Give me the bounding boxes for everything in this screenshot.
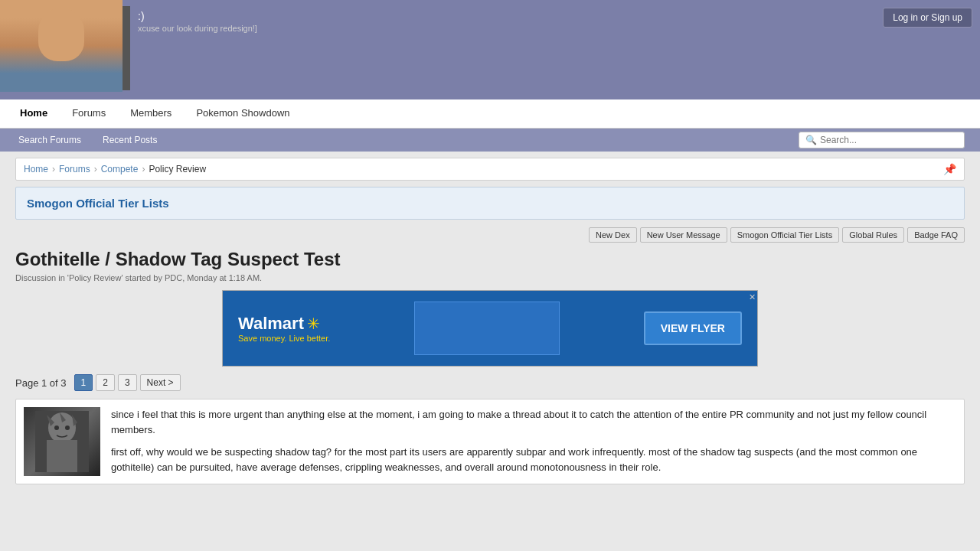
avatar-silhouette	[35, 411, 89, 472]
pagination-label: Page 1 of 3	[15, 377, 67, 389]
breadcrumb-sep-2: ›	[94, 164, 97, 174]
post-text-2: first off, why would we be suspecting sh…	[111, 445, 956, 474]
forum-box: Smogon Official Tier Lists	[15, 187, 965, 220]
page-btn-2[interactable]: 2	[96, 374, 115, 391]
search-icon: 🔍	[805, 135, 817, 145]
ad-banner: Walmart ✳ Save money. Live better. VIEW …	[222, 290, 758, 367]
svg-rect-2	[47, 440, 77, 472]
login-button[interactable]: Log in or Sign up	[883, 8, 972, 28]
post-area: since i feel that this is more urgent th…	[15, 399, 965, 484]
breadcrumb-sep-3: ›	[142, 164, 145, 174]
breadcrumb-current: Policy Review	[149, 164, 206, 174]
header: :) xcuse our look during redesign!] Log …	[0, 0, 980, 99]
post-text-1: since i feel that this is more urgent th…	[111, 407, 956, 437]
header-right: :) xcuse our look during redesign!]	[130, 6, 972, 37]
svg-point-7	[65, 425, 70, 430]
quick-link-smogon-tier-lists[interactable]: Smogon Official Tier Lists	[730, 227, 840, 243]
quick-links: New Dex New User Message Smogon Official…	[15, 227, 965, 243]
ad-walmart-text: Walmart	[238, 314, 304, 334]
nav-pokemon-showdown[interactable]: Pokemon Showdown	[184, 99, 302, 128]
svg-point-6	[54, 425, 59, 430]
ad-image	[414, 302, 560, 355]
ad-close-icon[interactable]: ✕	[749, 292, 756, 302]
ad-view-flyer-button[interactable]: VIEW FLYER	[644, 311, 742, 345]
thread-meta: Discussion in 'Policy Review' started by…	[15, 273, 965, 282]
quick-link-badge-faq[interactable]: Badge FAQ	[907, 227, 965, 243]
main-nav: Home Forums Members Pokemon Showdown	[0, 99, 980, 129]
post-content: since i feel that this is more urgent th…	[111, 407, 956, 474]
header-notice: xcuse our look during redesign!]	[138, 24, 257, 33]
breadcrumb-forums[interactable]: Forums	[59, 164, 90, 174]
breadcrumb-compete[interactable]: Compete	[101, 164, 139, 174]
search-input[interactable]	[820, 135, 958, 145]
forum-box-title[interactable]: Smogon Official Tier Lists	[27, 197, 169, 210]
ad-walmart-subtitle: Save money. Live better.	[238, 334, 330, 343]
quick-link-global-rules[interactable]: Global Rules	[842, 227, 904, 243]
content: Home › Forums › Compete › Policy Review …	[8, 152, 972, 491]
quick-link-new-user-message[interactable]: New User Message	[640, 227, 727, 243]
pagination-next[interactable]: Next >	[140, 374, 181, 391]
page-btn-1[interactable]: 1	[74, 374, 93, 391]
ad-spark-icon: ✳	[307, 315, 320, 333]
webcam-person	[0, 0, 122, 92]
sub-nav-search-forums[interactable]: Search Forums	[8, 129, 92, 152]
sub-nav-recent-posts[interactable]: Recent Posts	[92, 129, 168, 152]
avatar-image	[24, 407, 100, 476]
sub-nav: Search Forums Recent Posts 🔍	[0, 129, 980, 152]
breadcrumb-home[interactable]: Home	[24, 164, 48, 174]
post-avatar	[24, 407, 100, 476]
webcam-face	[38, 8, 84, 61]
nav-forums[interactable]: Forums	[60, 99, 118, 128]
page-btn-3[interactable]: 3	[118, 374, 137, 391]
nav-members[interactable]: Members	[118, 99, 184, 128]
nav-home[interactable]: Home	[8, 99, 60, 128]
quick-link-new-dex[interactable]: New Dex	[589, 227, 637, 243]
breadcrumb-pin-icon: 📌	[943, 163, 956, 175]
pagination: Page 1 of 3 1 2 3 Next >	[15, 374, 965, 391]
breadcrumb: Home › Forums › Compete › Policy Review …	[15, 158, 965, 181]
header-smile: :)	[138, 10, 145, 22]
search-input-wrap: 🔍	[799, 132, 965, 148]
thread-title: Gothitelle / Shadow Tag Suspect Test	[15, 249, 965, 270]
ad-walmart-logo: Walmart ✳ Save money. Live better.	[238, 314, 330, 343]
search-bar: 🔍	[799, 132, 965, 148]
webcam-overlay	[0, 0, 122, 92]
breadcrumb-sep-1: ›	[52, 164, 55, 174]
